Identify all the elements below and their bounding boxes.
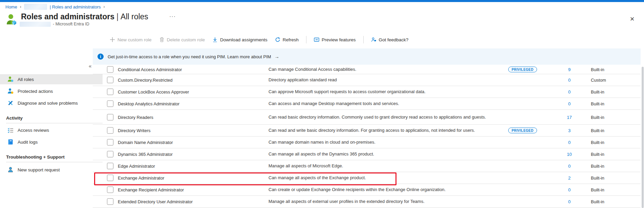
breadcrumb-home-link[interactable]: Home [5, 4, 17, 9]
preview-features-button[interactable]: Preview features [314, 37, 356, 42]
row-checkbox[interactable] [107, 151, 113, 158]
feedback-icon [371, 37, 377, 42]
assignment-count-link[interactable]: 0 [560, 101, 579, 106]
got-feedback-button[interactable]: Got feedback? [371, 37, 409, 42]
assignment-count-link[interactable]: 0 [560, 164, 579, 169]
row-checkbox[interactable] [107, 114, 113, 120]
role-name[interactable]: Desktop Analytics Administrator [118, 101, 263, 106]
sidebar-item-audit-logs[interactable]: Audit logs [0, 137, 103, 147]
got-feedback-label: Got feedback? [379, 37, 409, 42]
sidebar: « All roles Protected actions Diagnose a… [0, 29, 105, 208]
sidebar-collapse-icon[interactable]: « [89, 63, 91, 69]
role-name[interactable]: Edge Administrator [118, 164, 263, 169]
vertical-scrollbar[interactable] [642, 67, 644, 208]
assignment-count-link[interactable]: 0 [560, 78, 579, 83]
assignment-count-link[interactable]: 0 [560, 187, 579, 192]
sidebar-item-diagnose[interactable]: Diagnose and solve problems [0, 98, 103, 108]
row-checkbox[interactable] [107, 66, 113, 72]
role-type: Built-in [591, 164, 631, 169]
table-row[interactable]: Directory Writers Can read and write bas… [93, 125, 641, 137]
sidebar-item-label: Audit logs [18, 140, 38, 145]
assignment-count-link[interactable]: 3 [560, 128, 579, 133]
sidebar-section-activity: Activity [6, 116, 23, 121]
trash-icon [159, 37, 165, 42]
download-assignments-button[interactable]: Download assignments [212, 37, 267, 42]
portal-top-bar [0, 0, 644, 2]
table-row[interactable]: Edge Administrator Manage all aspects of… [93, 160, 641, 172]
table-row[interactable]: Desktop Analytics Administrator Can acce… [93, 98, 641, 110]
role-name[interactable]: Custom.Directory.Restricted [118, 78, 263, 83]
page-title-main: Roles and administrators [21, 12, 114, 21]
info-icon: i [98, 54, 104, 60]
row-checkbox[interactable] [107, 163, 113, 169]
table-row[interactable]: Conditional Access Administrator Can man… [93, 65, 641, 74]
row-checkbox[interactable] [107, 127, 113, 134]
breadcrumb-chevron-icon: › [20, 4, 21, 9]
row-checkbox[interactable] [107, 139, 113, 146]
row-checkbox[interactable] [107, 101, 113, 107]
role-type: Built-in [591, 199, 631, 204]
plus-icon [110, 37, 115, 42]
row-checkbox[interactable] [107, 199, 113, 205]
sidebar-item-new-support-request[interactable]: New support request [0, 165, 103, 175]
role-name[interactable]: Customer LockBox Access Approver [118, 89, 263, 95]
table-row[interactable]: Exchange Administrator Can manage all as… [93, 172, 641, 184]
breadcrumb-current-link[interactable]: | Roles and administrators [50, 4, 101, 9]
row-checkbox[interactable] [107, 89, 113, 95]
role-description: Directory applicaiton standard read [269, 77, 496, 83]
row-checkbox[interactable] [107, 187, 113, 193]
pim-info-banner[interactable]: i Get just-in-time access to a role when… [93, 48, 641, 65]
role-name[interactable]: Dynamics 365 Administrator [118, 152, 263, 157]
role-description: Can approve Microsoft support requests t… [269, 89, 496, 95]
role-name[interactable]: Extended Directory User Administrator [118, 199, 263, 204]
table-row[interactable]: Customer LockBox Access Approver Can app… [93, 86, 641, 98]
assignment-count-link[interactable]: 9 [560, 67, 579, 72]
assignment-count-link[interactable]: 0 [560, 140, 579, 145]
role-name[interactable]: Directory Readers [118, 115, 263, 120]
role-name[interactable]: Domain Name Administrator [118, 140, 263, 145]
sidebar-item-protected-actions[interactable]: Protected actions [0, 86, 103, 96]
role-name[interactable]: Exchange Administrator [118, 175, 263, 181]
assignment-count-link[interactable]: 0 [560, 199, 579, 204]
sidebar-item-access-reviews[interactable]: Access reviews [0, 125, 103, 135]
role-name[interactable]: Conditional Access Administrator [118, 67, 263, 72]
support-person-icon [7, 167, 14, 173]
table-row[interactable]: Extended Directory User Administrator Ma… [93, 196, 641, 208]
roles-blade-icon [6, 14, 18, 26]
arrow-right-icon: → [275, 54, 279, 59]
preview-features-icon [314, 37, 319, 42]
refresh-button[interactable]: Refresh [275, 37, 299, 42]
table-row[interactable]: Directory Readers Can read basic directo… [93, 110, 641, 125]
banner-message: Get just-in-time access to a role when y… [108, 54, 271, 59]
role-name[interactable]: Directory Writers [118, 128, 263, 133]
toolbar-separator [306, 36, 306, 43]
row-checkbox[interactable] [107, 175, 113, 181]
role-name[interactable]: Exchange Recipient Administrator [118, 187, 263, 192]
table-row[interactable]: Domain Name Administrator Can manage dom… [93, 137, 641, 148]
assignment-count-link[interactable]: 0 [560, 89, 579, 95]
assignment-count-link[interactable]: 10 [560, 152, 579, 157]
sidebar-item-all-roles[interactable]: All roles [0, 74, 103, 84]
assignment-count-link[interactable]: 2 [560, 175, 579, 181]
close-blade-icon[interactable]: ✕ [630, 16, 635, 23]
sidebar-divider [6, 123, 103, 123]
role-type: Built-in [591, 67, 631, 72]
delete-custom-role-button[interactable]: Delete custom role [159, 37, 205, 42]
role-type: Built-in [591, 128, 631, 133]
audit-logs-icon [7, 139, 14, 145]
new-custom-role-button[interactable]: New custom role [110, 37, 152, 42]
table-row[interactable]: Exchange Recipient Administrator Can cre… [93, 184, 641, 196]
refresh-icon [275, 37, 280, 42]
role-type: Built-in [591, 89, 631, 95]
assignment-count-link[interactable]: 17 [560, 115, 579, 120]
redacted-tenant-name [20, 22, 51, 27]
role-description: Can manage all aspects of the Exchange p… [269, 175, 496, 181]
more-menu-button[interactable]: ··· [169, 14, 176, 20]
role-type: Built-in [591, 140, 631, 145]
table-row[interactable]: Custom.Directory.Restricted Directory ap… [93, 74, 641, 86]
table-row[interactable]: Dynamics 365 Administrator Can manage al… [93, 148, 641, 160]
access-reviews-icon [7, 127, 14, 133]
row-checkbox[interactable] [107, 77, 113, 83]
breadcrumb-chevron-icon: › [103, 4, 105, 9]
breadcrumb: Home › | Roles and administrators › [5, 3, 105, 10]
